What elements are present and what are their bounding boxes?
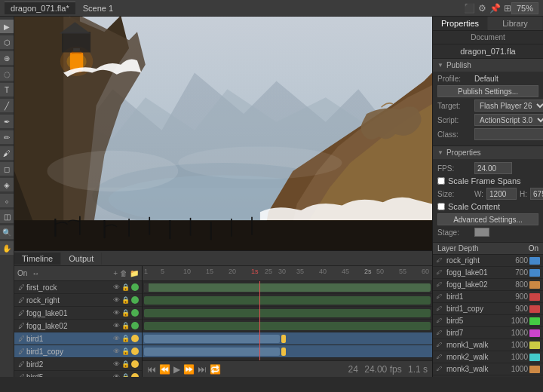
brush-tool[interactable]: 🖌 bbox=[0, 146, 14, 160]
eye-icon[interactable]: 👁 bbox=[113, 309, 120, 317]
frames-content[interactable] bbox=[143, 281, 432, 360]
publish-header[interactable]: ▼ Publish bbox=[433, 59, 543, 72]
layer-color bbox=[131, 283, 139, 291]
width-input[interactable] bbox=[486, 188, 517, 200]
lock-icon[interactable]: 🔒 bbox=[121, 360, 130, 368]
script-row: Script: ActionScript 3.0 bbox=[437, 114, 538, 126]
main-area: ▶ ⬡ ⊕ ◌ T ╱ ✒ ✏ 🖌 ◻ ◈ ⬦ ◫ 🔍 ✋ bbox=[0, 17, 543, 377]
scale-content-checkbox[interactable]: Scale Content bbox=[437, 202, 500, 211]
target-label: Target: bbox=[437, 102, 471, 110]
lock-icon[interactable]: 🔒 bbox=[121, 296, 130, 304]
playhead[interactable] bbox=[259, 281, 260, 360]
lock-icon[interactable]: 🔒 bbox=[121, 322, 130, 329]
subselect-tool[interactable]: ⬡ bbox=[0, 35, 14, 49]
advanced-settings-btn[interactable]: Advanced Settings... bbox=[437, 213, 538, 225]
lasso-tool[interactable]: ◌ bbox=[0, 67, 14, 81]
pin-icon[interactable]: 📌 bbox=[489, 3, 501, 14]
eye-icon[interactable]: 👁 bbox=[113, 322, 120, 329]
lock-icon[interactable]: 🔒 bbox=[121, 348, 130, 355]
camera-icon[interactable]: ⬛ bbox=[464, 3, 475, 14]
file-tab[interactable]: dragon_071.fla* bbox=[5, 2, 75, 14]
scale-frame-check[interactable] bbox=[437, 177, 445, 185]
tab-library[interactable]: Library bbox=[488, 17, 543, 30]
script-label: Script: bbox=[437, 116, 471, 124]
layer-depth-on: On bbox=[529, 244, 538, 253]
hand-tool[interactable]: ✋ bbox=[0, 241, 14, 255]
scale-content-check[interactable] bbox=[437, 203, 445, 210]
play-btn[interactable]: ▶ bbox=[173, 364, 180, 375]
profile-row: Profile: Default bbox=[437, 75, 538, 83]
layer-color bbox=[131, 322, 139, 329]
publish-section: ▼ Publish Profile: Default Publish Setti… bbox=[433, 59, 543, 146]
layer-row[interactable]: 🖊 fogg_lake01 👁 🔒 bbox=[14, 307, 142, 320]
scale-frame-checkbox[interactable]: Scale Frame Spans bbox=[437, 176, 521, 185]
layer-row[interactable]: 🖊 bird1_copy 👁 🔒 bbox=[14, 345, 142, 358]
zoom-tool[interactable]: 🔍 bbox=[0, 225, 14, 239]
settings-icon[interactable]: ⚙ bbox=[478, 3, 486, 14]
layer-row[interactable]: 🖊 bird2 👁 🔒 bbox=[14, 358, 142, 371]
eye-icon[interactable]: 👁 bbox=[113, 283, 120, 291]
step-back-btn[interactable]: ⏪ bbox=[159, 364, 170, 375]
delete-layer-icon[interactable]: 🗑 bbox=[120, 269, 127, 277]
tab-timeline[interactable]: Timeline bbox=[14, 253, 61, 265]
go-end-btn[interactable]: ⏭ bbox=[198, 364, 207, 375]
ruler-marks: 1 5 10 15 20 1s 25 30 35 40 45 2s bbox=[143, 266, 432, 280]
eye-icon[interactable]: 👁 bbox=[113, 296, 120, 304]
lock-icon[interactable]: 🔒 bbox=[121, 309, 130, 317]
layer-row[interactable]: 🖊 bird1 👁 🔒 bbox=[14, 332, 142, 345]
layer-row[interactable]: 🖊 fogg_lake02 👁 🔒 bbox=[14, 320, 142, 332]
layer-controls: 👁 🔒 bbox=[113, 360, 130, 368]
ld-layer-name: rock_right bbox=[446, 256, 499, 265]
eye-icon[interactable]: 👁 bbox=[113, 335, 120, 342]
frame-count: 24 bbox=[348, 364, 358, 375]
new-layer-icon[interactable]: + bbox=[113, 269, 118, 277]
shape-tool[interactable]: ◻ bbox=[0, 162, 14, 176]
layer-controls: 👁 🔒 bbox=[113, 335, 130, 342]
text-tool[interactable]: T bbox=[0, 83, 14, 96]
layer-row[interactable]: 🖊 rock_right 👁 🔒 bbox=[14, 294, 142, 307]
target-select[interactable]: Flash Player 26 bbox=[474, 100, 543, 112]
eye-icon[interactable]: 👁 bbox=[113, 348, 120, 355]
layer-row[interactable]: 🖊 bird5 👁 🔒 bbox=[14, 371, 142, 377]
layout-icon[interactable]: ⊞ bbox=[504, 3, 511, 14]
select-tool[interactable]: ▶ bbox=[0, 20, 14, 33]
layer-type-icon: 🖊 bbox=[16, 283, 26, 291]
svg-rect-19 bbox=[14, 220, 432, 250]
height-input[interactable] bbox=[530, 188, 543, 200]
transform-tool[interactable]: ⊕ bbox=[0, 51, 14, 65]
lock-icon[interactable]: 🔒 bbox=[121, 283, 130, 291]
lock-icon[interactable]: 🔒 bbox=[121, 373, 130, 377]
fill-tool[interactable]: ◈ bbox=[0, 178, 14, 191]
pen-tool[interactable]: ✒ bbox=[0, 115, 14, 128]
publish-settings-btn[interactable]: Publish Settings... bbox=[437, 85, 538, 97]
tab-output[interactable]: Output bbox=[61, 253, 102, 265]
ruler-mark: 10 bbox=[183, 268, 191, 275]
stage-color-swatch[interactable] bbox=[474, 228, 489, 237]
ld-layer-icon: 🖊 bbox=[436, 354, 446, 360]
lock-icon[interactable]: 🔒 bbox=[121, 335, 130, 342]
document-label: Document bbox=[433, 31, 543, 44]
loop-btn[interactable]: 🔁 bbox=[210, 364, 221, 375]
script-select[interactable]: ActionScript 3.0 bbox=[474, 114, 543, 126]
layer-row[interactable]: 🖊 first_rock 👁 🔒 bbox=[14, 281, 142, 294]
ruler-mark: 40 bbox=[319, 268, 327, 275]
eye-icon[interactable]: 👁 bbox=[113, 360, 120, 368]
ld-layer-name: monk3_walk bbox=[446, 365, 499, 373]
folder-icon[interactable]: 📁 bbox=[130, 269, 139, 277]
zoom-control[interactable]: 75% bbox=[511, 2, 538, 14]
tab-properties[interactable]: Properties bbox=[433, 17, 488, 30]
step-forward-btn[interactable]: ⏩ bbox=[183, 364, 195, 375]
properties-sub-header[interactable]: ▼ Properties bbox=[433, 146, 543, 159]
eraser-tool[interactable]: ◫ bbox=[0, 210, 14, 223]
canvas-area[interactable] bbox=[14, 17, 432, 250]
width-label: W: bbox=[474, 190, 483, 198]
class-input[interactable] bbox=[474, 128, 543, 140]
fps-input[interactable] bbox=[474, 162, 512, 174]
eye-icon[interactable]: 👁 bbox=[113, 373, 120, 377]
eyedrop-tool[interactable]: ⬦ bbox=[0, 194, 14, 207]
go-start-btn[interactable]: ⏮ bbox=[147, 364, 156, 375]
line-tool[interactable]: ╱ bbox=[0, 99, 14, 112]
layer-header-lock: ↔ bbox=[32, 269, 39, 277]
pencil-tool[interactable]: ✏ bbox=[0, 130, 14, 144]
fps-row: FPS: bbox=[437, 162, 538, 174]
